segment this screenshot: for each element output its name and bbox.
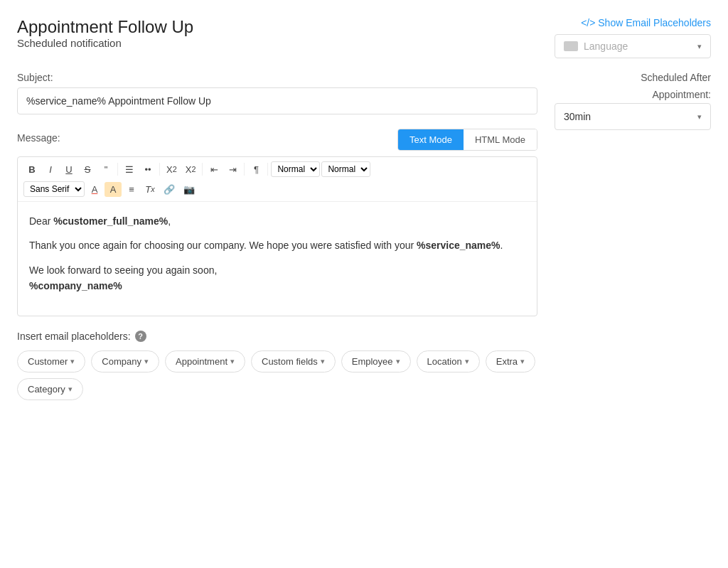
employee-btn-label: Employee [352, 356, 393, 367]
insert-section: Insert email placeholders: ? Customer ▾ … [17, 331, 537, 400]
line-height-select[interactable]: Normal [321, 161, 370, 177]
custom-fields-chevron-icon: ▾ [321, 357, 325, 366]
text-color-button[interactable]: A [86, 182, 103, 197]
customer-placeholder-btn[interactable]: Customer ▾ [17, 350, 85, 373]
time-value: 30min [564, 111, 591, 122]
toolbar-divider-1 [117, 163, 118, 176]
link-button[interactable]: 🔗 [160, 182, 178, 197]
company-placeholder-btn[interactable]: Company ▾ [91, 350, 159, 373]
image-button[interactable]: 📷 [180, 182, 198, 197]
editor-toolbar: B I U S " ☰ •• X2 X2 ⇤ ⇥ ¶ [18, 157, 537, 202]
custom-fields-placeholder-btn[interactable]: Custom fields ▾ [251, 350, 336, 373]
extra-btn-label: Extra [496, 356, 518, 367]
employee-placeholder-btn[interactable]: Employee ▾ [341, 350, 411, 373]
toolbar-divider-4 [244, 163, 245, 176]
category-btn-label: Category [28, 384, 65, 395]
unordered-list-button[interactable]: •• [139, 162, 156, 177]
appointment-chevron-icon: ▾ [230, 357, 235, 366]
toolbar-divider-5 [267, 163, 268, 176]
service-name-placeholder: %service_name% [417, 240, 500, 251]
company-btn-label: Company [102, 356, 141, 367]
location-placeholder-btn[interactable]: Location ▾ [417, 350, 480, 373]
language-chevron-icon: ▾ [697, 42, 702, 51]
customer-btn-label: Customer [28, 356, 68, 367]
highlight-button[interactable]: A [105, 182, 122, 197]
underline-button[interactable]: U [60, 162, 77, 177]
employee-chevron-icon: ▾ [396, 357, 400, 366]
mode-buttons: Text Mode HTML Mode [397, 129, 537, 151]
extra-chevron-icon: ▾ [520, 357, 525, 366]
font-family-select[interactable]: Sans Serif [23, 181, 85, 197]
company-name-placeholder: %company_name% [29, 280, 122, 291]
text-mode-button[interactable]: Text Mode [398, 129, 464, 150]
font-size-select[interactable]: Normal [271, 161, 320, 177]
toolbar-divider-2 [159, 163, 160, 176]
time-chevron-icon: ▾ [697, 112, 702, 122]
scheduled-after-label: Scheduled After [555, 72, 711, 83]
language-select[interactable]: Language ▾ [555, 34, 711, 58]
customer-name-placeholder: %customer_full_name% [53, 215, 168, 227]
superscript-button[interactable]: X2 [182, 162, 200, 177]
subscript-button[interactable]: X2 [163, 162, 181, 177]
scheduled-notification-label: Scheduled notification [17, 37, 193, 49]
help-icon[interactable]: ? [135, 331, 146, 342]
strikethrough-button[interactable]: S [79, 162, 96, 177]
language-placeholder: Language [584, 41, 628, 52]
bold-button[interactable]: B [23, 162, 41, 177]
customer-chevron-icon: ▾ [70, 357, 75, 366]
placeholder-buttons-container: Customer ▾ Company ▾ Appointment ▾ Custo… [17, 350, 537, 400]
editor-line-1: Dear %customer_full_name%, [29, 213, 525, 229]
extra-placeholder-btn[interactable]: Extra ▾ [486, 350, 535, 373]
company-chevron-icon: ▾ [144, 357, 149, 366]
quote-button[interactable]: " [97, 162, 114, 177]
toolbar-divider-3 [202, 163, 203, 176]
message-label: Message: [17, 132, 60, 144]
align-button[interactable]: ≡ [123, 182, 140, 197]
italic-button[interactable]: I [42, 162, 59, 177]
subject-input[interactable] [17, 87, 537, 114]
custom-fields-btn-label: Custom fields [262, 356, 318, 367]
editor-container: B I U S " ☰ •• X2 X2 ⇤ ⇥ ¶ [17, 156, 537, 316]
ordered-list-button[interactable]: ☰ [121, 162, 138, 177]
location-chevron-icon: ▾ [465, 357, 469, 366]
editor-line-2: Thank you once again for choosing our co… [29, 237, 525, 253]
appointment-placeholder-btn[interactable]: Appointment ▾ [165, 350, 245, 373]
category-chevron-icon: ▾ [68, 385, 73, 394]
category-placeholder-btn[interactable]: Category ▾ [17, 378, 83, 400]
subject-label: Subject: [17, 72, 537, 83]
indent-increase-button[interactable]: ⇥ [224, 162, 241, 177]
show-email-placeholders-link[interactable]: </> Show Email Placeholders [581, 17, 711, 28]
editor-content[interactable]: Dear %customer_full_name%, Thank you onc… [18, 202, 537, 316]
paragraph-button[interactable]: ¶ [247, 162, 264, 177]
appointment-label: Appointment: [555, 89, 711, 100]
insert-label-text: Insert email placeholders: [17, 331, 131, 342]
location-btn-label: Location [427, 356, 462, 367]
indent-decrease-button[interactable]: ⇤ [205, 162, 223, 177]
editor-line-3: We look forward to seeing you again soon… [29, 262, 525, 294]
clear-format-button[interactable]: Tx [141, 182, 159, 197]
html-mode-button[interactable]: HTML Mode [464, 129, 537, 150]
language-flag [564, 41, 578, 51]
time-select[interactable]: 30min ▾ [555, 103, 711, 130]
page-title: Appointment Follow Up [17, 17, 193, 37]
right-panel: Scheduled After Appointment: 30min ▾ [555, 72, 711, 400]
appointment-btn-label: Appointment [176, 356, 228, 367]
